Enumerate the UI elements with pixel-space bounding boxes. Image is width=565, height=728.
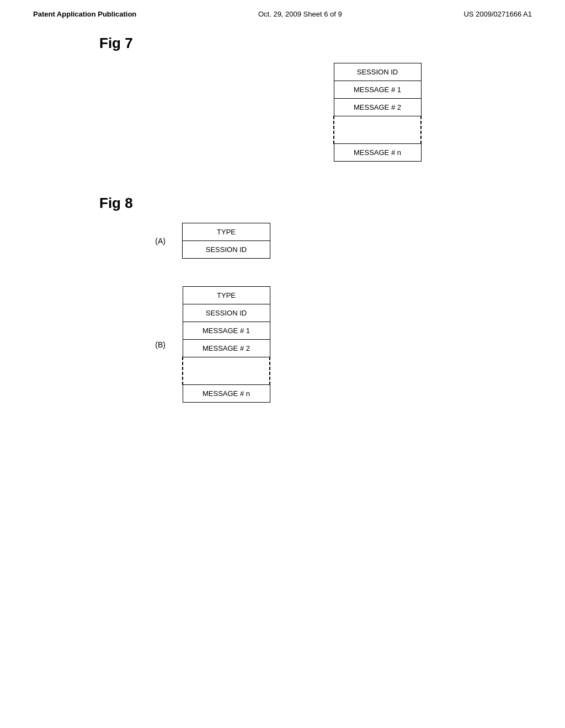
table-row: TYPE (183, 223, 270, 241)
figure-7-table: SESSION ID MESSAGE # 1 MESSAGE # 2 MESSA… (333, 63, 422, 162)
figure-7-section: Fig 7 SESSION ID MESSAGE # 1 MESSAGE # 2 (33, 35, 532, 162)
sub-a-label: (A) (143, 237, 166, 245)
figure-7-title: Fig 7 (33, 35, 532, 52)
figure-8-title: Fig 8 (33, 195, 532, 212)
figure-8-section: Fig 8 (A) TYPE SESSION ID (B) (33, 195, 532, 403)
message-n-cell: MESSAGE # n (334, 144, 421, 162)
message-2-cell-b: MESSAGE # 2 (183, 340, 270, 357)
session-id-cell: SESSION ID (334, 63, 421, 81)
dotted-cell (334, 116, 421, 144)
table-row: MESSAGE # 1 (334, 81, 421, 99)
table-row: SESSION ID (334, 63, 421, 81)
figure-8-sub-a: (A) TYPE SESSION ID (143, 223, 532, 259)
table-row: MESSAGE # 1 (183, 322, 270, 340)
table-row: SESSION ID (183, 241, 270, 259)
type-cell-a: TYPE (183, 223, 270, 241)
table-row: SESSION ID (183, 304, 270, 322)
table-row: TYPE (183, 287, 270, 304)
dotted-row-b (183, 357, 270, 385)
header-patent-number: US 2009/0271666 A1 (463, 10, 532, 18)
header-publication: Patent Application Publication (33, 10, 136, 18)
message-1-cell-b: MESSAGE # 1 (183, 322, 270, 340)
figure-8a-table: TYPE SESSION ID (182, 223, 270, 259)
table-row: MESSAGE # 2 (334, 99, 421, 116)
message-1-cell: MESSAGE # 1 (334, 81, 421, 99)
dotted-row (334, 116, 421, 144)
message-n-cell-b: MESSAGE # n (183, 385, 270, 403)
table-row: MESSAGE # n (334, 144, 421, 162)
figure-8-sub-b: (B) TYPE SESSION ID MESSAGE # 1 MESSAGE … (143, 286, 532, 403)
message-2-cell: MESSAGE # 2 (334, 99, 421, 116)
figure-7-body: SESSION ID MESSAGE # 1 MESSAGE # 2 MESSA… (33, 63, 532, 162)
table-row: MESSAGE # 2 (183, 340, 270, 357)
header-date-sheet: Oct. 29, 2009 Sheet 6 of 9 (258, 10, 342, 18)
figure-8b-table: TYPE SESSION ID MESSAGE # 1 MESSAGE # 2 (182, 286, 270, 403)
session-id-cell-a: SESSION ID (183, 241, 270, 259)
session-id-cell-b: SESSION ID (183, 304, 270, 322)
page-content: Fig 7 SESSION ID MESSAGE # 1 MESSAGE # 2 (0, 24, 565, 447)
dotted-cell-b (183, 357, 270, 385)
sub-b-label: (B) (143, 340, 166, 349)
table-row: MESSAGE # n (183, 385, 270, 403)
page-header: Patent Application Publication Oct. 29, … (0, 0, 565, 24)
type-cell-b: TYPE (183, 287, 270, 304)
